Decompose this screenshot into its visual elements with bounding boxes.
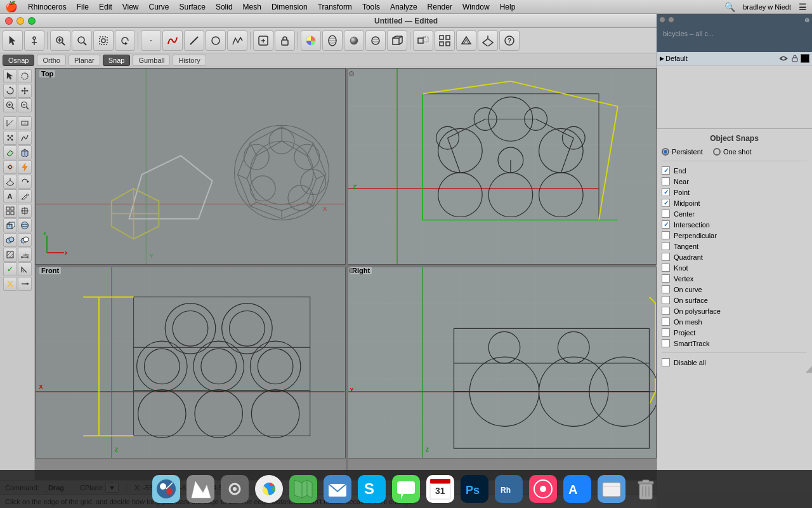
layer-color-swatch[interactable] [801,54,809,63]
snap-tangent[interactable]: Tangent [662,241,807,251]
viewport-top[interactable]: Top [35,68,346,265]
left-zoom-out[interactable] [18,98,32,112]
toolbar-select[interactable] [3,30,23,51]
dock-photoshop[interactable]: Ps [459,474,490,504]
left-copy-grid[interactable] [3,204,17,218]
menu-extras-icon[interactable]: ☰ [799,2,807,12]
snap-on-surface[interactable]: On surface [662,295,807,305]
snap-smarttrack-checkbox[interactable] [662,339,670,347]
viewport-v-separator[interactable] [346,68,348,484]
snap-intersection-checkbox[interactable] [662,220,670,229]
toolbar-cplane[interactable] [478,30,498,51]
dock-map[interactable] [288,474,318,504]
viewport-right[interactable]: Right [346,265,657,458]
snap-button[interactable]: Snap [103,55,131,66]
snap-on-curve-checkbox[interactable] [662,285,670,293]
toolbar-osnap-edit[interactable] [253,30,273,51]
left-checkmark[interactable]: ✓ [3,262,17,276]
snap-intersection[interactable]: Intersection [662,219,807,230]
left-trim[interactable] [3,277,17,291]
minimize-button[interactable] [16,17,24,25]
left-gear[interactable] [3,160,17,174]
menu-curve[interactable]: Curve [149,3,169,11]
snap-end-checkbox[interactable] [662,166,670,175]
left-text[interactable]: A [3,189,17,203]
viewport-perspective[interactable]: Perspective [346,68,657,265]
snap-vertex[interactable]: Vertex [662,273,807,284]
snap-disable-all-checkbox[interactable] [662,358,670,366]
left-box-solid[interactable] [3,218,17,232]
snap-quadrant-checkbox[interactable] [662,253,670,261]
left-rotate-view[interactable] [3,84,17,98]
layer-lock-toggle[interactable] [790,53,800,64]
close-button[interactable] [5,17,13,25]
dock-itunes[interactable] [528,474,558,504]
menu-dimension[interactable]: Dimension [272,3,308,11]
snap-project[interactable]: Project [662,327,807,338]
left-angle[interactable] [18,262,32,276]
maximize-button[interactable] [28,17,36,25]
left-lightning[interactable] [18,160,32,174]
left-lasso[interactable] [18,69,32,83]
toolbar-orient[interactable] [456,30,476,51]
left-move[interactable] [18,204,32,218]
left-boolean-union[interactable] [3,233,17,247]
snap-quadrant[interactable]: Quadrant [662,251,807,262]
snap-perpendicular[interactable]: Perpendicular [662,230,807,241]
toolbar-color-picker[interactable] [301,30,321,51]
left-dim2[interactable] [18,116,32,130]
menu-rhinoceros[interactable]: Rhinoceros [28,3,67,11]
snap-center-checkbox[interactable] [662,210,670,218]
toolbar-render-preview[interactable] [344,30,364,51]
left-dim1[interactable] [3,116,17,130]
snap-point[interactable]: Point [662,187,807,197]
left-boolean-diff[interactable] [18,233,32,247]
snap-midpoint-checkbox[interactable] [662,199,670,207]
toolbar-zoom-extents[interactable] [72,30,92,51]
left-hatch[interactable] [3,248,17,262]
snap-tangent-checkbox[interactable] [662,242,670,250]
menu-tools[interactable]: Tools [362,3,380,11]
history-button[interactable]: History [173,55,206,66]
dock-finder2[interactable] [596,474,627,504]
dock-calendar[interactable]: 31 [425,474,455,504]
persistent-radio[interactable]: Persistent [662,148,703,156]
snap-point-checkbox[interactable] [662,188,670,196]
left-curve-from-pts[interactable] [18,131,32,145]
snap-knot-checkbox[interactable] [662,264,670,272]
snap-midpoint[interactable]: Midpoint [662,197,807,208]
viewport-front[interactable]: Front [35,265,346,458]
dock-rhino2[interactable]: Rh [494,474,524,504]
toolbar-polyline[interactable] [227,30,247,51]
one-shot-radio[interactable]: One shot [713,148,752,156]
toolbar-point[interactable]: · [141,30,161,51]
toolbar-zoom-selected[interactable] [93,30,114,51]
left-rotate-cplane[interactable] [18,175,32,189]
dock-finder[interactable] [151,474,181,504]
panel-resize-handle[interactable] [806,366,812,373]
ortho-button[interactable]: Ortho [37,55,66,66]
toolbar-lock[interactable] [275,30,295,51]
panel-expand[interactable]: ⊕ [804,17,809,23]
menu-transform[interactable]: Transform [318,3,352,11]
menu-analyze[interactable]: Analyze [390,3,417,11]
menu-window[interactable]: Window [462,3,490,11]
menu-render[interactable]: Render [428,3,452,11]
menu-mesh[interactable]: Mesh [243,3,261,11]
toolbar-array[interactable] [435,30,455,51]
toolbar-help[interactable]: ? [499,30,520,51]
left-sphere-solid[interactable] [18,218,32,232]
panel-close[interactable] [659,17,665,23]
left-extend[interactable] [18,277,32,291]
dock-rhino[interactable] [185,474,216,504]
dock-system-prefs[interactable] [219,474,250,504]
toolbar-zoom-window[interactable] [50,30,70,51]
layer-row-default[interactable]: ▶ Default [657,51,812,66]
snap-on-curve[interactable]: On curve [662,284,807,295]
snap-smarttrack[interactable]: SmartTrack [662,338,807,349]
snap-on-mesh-checkbox[interactable] [662,318,670,326]
left-dimensions[interactable]: dim [18,248,32,262]
menu-help[interactable]: Help [500,3,516,11]
snap-end[interactable]: End [662,165,807,176]
toolbar-curve[interactable] [162,30,183,51]
